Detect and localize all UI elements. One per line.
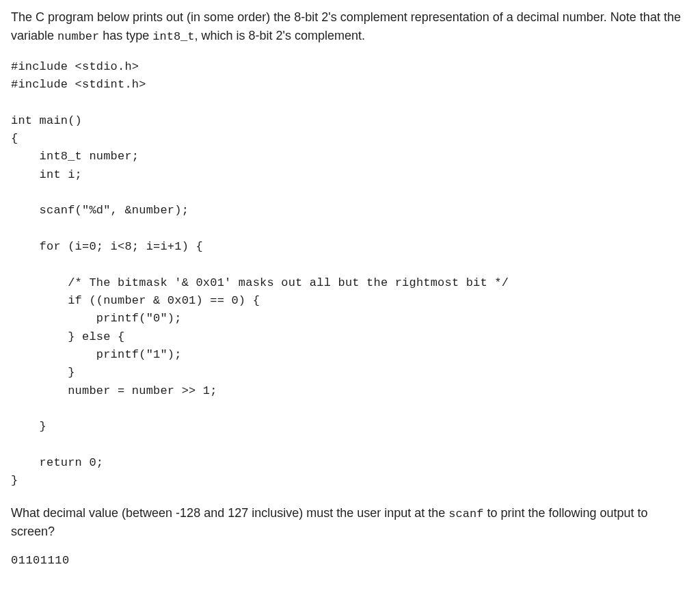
inline-code-int8t: int8_t [152,30,194,43]
inline-code-scanf: scanf [448,507,483,520]
expected-output: 01101110 [11,552,689,570]
inline-code-number: number [57,30,99,43]
problem-intro: The C program below prints out (in some … [11,8,689,46]
question-part-1: What decimal value (between -128 and 127… [11,506,448,520]
intro-text-3: , which is 8-bit 2's complement. [195,29,366,42]
question-text: What decimal value (between -128 and 127… [11,504,689,542]
intro-text-2: has type [99,29,152,42]
code-block: #include <stdio.h> #include <stdint.h> i… [11,58,689,490]
